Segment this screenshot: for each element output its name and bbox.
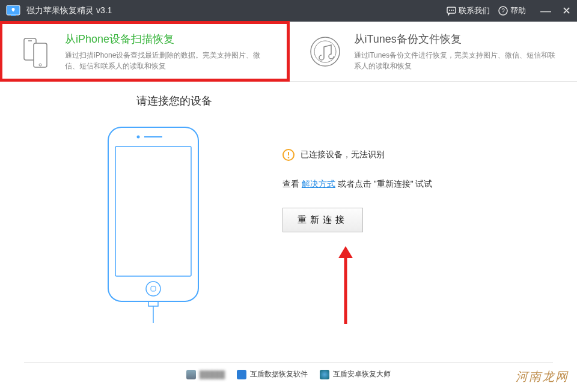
svg-text:?: ? [501,8,505,14]
device-illustration [24,119,282,323]
close-button[interactable]: ✕ [562,5,571,16]
status-line: 已连接设备，无法识别 [282,149,553,161]
app-title: 强力苹果恢复精灵 v3.1 [26,5,447,16]
help-icon: ? [498,6,508,16]
svg-marker-26 [338,246,353,258]
connect-heading: 请连接您的设备 [0,94,553,108]
mode-itunes-title: 从iTunes备份文件恢复 [354,32,560,46]
titlebar-actions: 联系我们 ? 帮助 — ✕ [447,5,571,16]
help-button[interactable]: ? 帮助 [498,5,526,16]
footer-icon-2 [237,370,246,379]
solution-link[interactable]: 解决方式 [302,179,335,188]
warning-icon [282,149,295,161]
minimize-button[interactable]: — [540,5,551,16]
footer-label-2: 互盾数据恢复软件 [250,369,308,379]
main-body: 请连接您的设备 已连接设备，无法识别 [0,82,577,392]
mode-itunes-desc: 通过iTunes备份文件进行恢复，完美支持图片、微信、短信和联系人的读取和恢复 [354,50,560,71]
svg-point-16 [146,282,160,296]
footer-icon-3 [320,370,329,379]
svg-point-24 [288,157,289,158]
mode-iphone-title: 从iPhone设备扫描恢复 [65,32,270,46]
svg-point-12 [311,37,340,66]
mode-iphone-desc: 通过扫描iPhone设备查找最近删除的数据。完美支持图片、微信、短信和联系人的读… [65,50,270,71]
svg-rect-15 [115,146,191,276]
app-logo-icon [6,5,20,17]
app-window: 强力苹果恢复精灵 v3.1 联系我们 ? 帮助 — ✕ 从iPhone设备扫描恢… [0,0,577,392]
svg-point-3 [449,10,450,11]
footer-links: █████ 互盾数据恢复软件 互盾安卓恢复大师 [24,362,553,386]
contact-button[interactable]: 联系我们 [447,5,490,16]
svg-point-13 [314,41,336,62]
suggestion-text: 查看 解决方式 或者点击 "重新连接" 试试 [282,179,553,190]
svg-rect-17 [151,286,156,291]
help-label: 帮助 [510,5,526,16]
status-text: 已连接设备，无法识别 [301,149,385,160]
footer-label-3: 互盾安卓恢复大师 [333,369,391,379]
mode-iphone-scan[interactable]: 从iPhone设备扫描恢复 通过扫描iPhone设备查找最近删除的数据。完美支持… [0,22,289,81]
iphone-outline-icon [102,125,204,323]
reconnect-button[interactable]: 重新连接 [282,208,363,232]
status-column: 已连接设备，无法识别 查看 解决方式 或者点击 "重新连接" 试试 重新连接 [282,119,553,232]
mode-itunes-backup[interactable]: 从iTunes备份文件恢复 通过iTunes备份文件进行恢复，完美支持图片、微信… [289,22,578,81]
footer-link-1[interactable]: █████ [186,370,225,379]
arrow-annotation-icon [337,246,355,324]
watermark: 河南龙网 [516,369,569,385]
titlebar: 强力苹果恢复精灵 v3.1 联系我们 ? 帮助 — ✕ [0,0,577,22]
mode-tabs: 从iPhone设备扫描恢复 通过扫描iPhone设备查找最近删除的数据。完美支持… [0,22,577,82]
suggestion-prefix: 查看 [282,179,302,188]
svg-point-19 [137,136,140,139]
footer-icon-1 [186,370,196,379]
svg-point-5 [453,10,454,11]
footer-link-3[interactable]: 互盾安卓恢复大师 [320,369,391,379]
footer-label-1: █████ [200,370,225,379]
itunes-icon [307,34,343,70]
contact-label: 联系我们 [459,5,490,16]
iphone-devices-icon [18,34,54,70]
content-row: 已连接设备，无法识别 查看 解决方式 或者点击 "重新连接" 试试 重新连接 [24,119,553,362]
chat-icon [447,6,456,16]
footer-link-2[interactable]: 互盾数据恢复软件 [237,369,308,379]
svg-rect-20 [148,301,158,306]
svg-point-4 [451,10,452,11]
suggestion-suffix: 或者点击 "重新连接" 试试 [335,179,433,188]
svg-rect-14 [108,127,198,301]
svg-rect-1 [11,15,16,16]
window-controls: — ✕ [540,5,571,16]
